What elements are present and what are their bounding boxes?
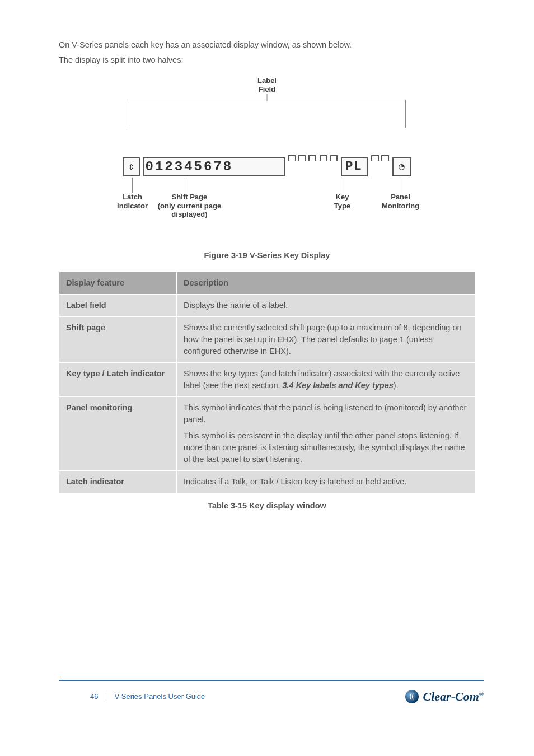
figure-label-field-line1: Label [257, 76, 277, 85]
table-row: Label field Displays the name of a label… [59, 295, 475, 317]
brand-logo: (( Clear-Com® [405, 688, 484, 706]
desc-label-field: Displays the name of a label. [177, 295, 475, 317]
page-number: 46 [90, 692, 106, 702]
page-footer: 46 V-Series Panels User Guide (( Clear-C… [59, 680, 484, 706]
header-display-feature: Display feature [59, 272, 177, 295]
display-feature-table: Display feature Description Label field … [59, 272, 475, 493]
ear-icon: ◔ [399, 160, 405, 174]
term-latch-indicator: Latch indicator [59, 471, 177, 493]
shift-label-line1: Shift Page [172, 193, 208, 201]
table-header-row: Display feature Description [59, 272, 475, 295]
latch-label-line2: Indicator [117, 202, 148, 210]
mon-label-line2: Monitoring [382, 202, 419, 210]
desc-key-type: Shows the key types (and latch indicator… [177, 363, 475, 397]
key-type-cell: PL [341, 157, 368, 176]
desc-pm-p1: This symbol indicates that the panel is … [184, 402, 468, 426]
desc-latch-indicator: Indicates if a Talk, or Talk / Listen ke… [177, 471, 475, 493]
shift-tick-6 [371, 155, 379, 161]
term-shift-page: Shift page [59, 317, 177, 363]
shift-tick-1 [288, 155, 296, 161]
desc-pm-p2: This symbol is persistent in the display… [184, 430, 468, 465]
shift-label-line3: displayed) [171, 210, 207, 218]
mon-label-line1: Panel [391, 193, 410, 201]
figure-caption: Figure 3-19 V-Series Key Display [59, 250, 475, 262]
link-key-labels[interactable]: 3.4 Key labels and Key types [283, 381, 394, 390]
term-panel-monitoring: Panel monitoring [59, 397, 177, 471]
shift-tick-3 [308, 155, 316, 161]
shift-tick-2 [298, 155, 306, 161]
figure-label-field-line2: Field [259, 85, 275, 94]
intro-p1: On V-Series panels each key has an assoc… [59, 39, 475, 51]
latch-arrow-icon: ⇕ [128, 160, 134, 174]
table-row: Key type / Latch indicator Shows the key… [59, 363, 475, 397]
doc-title: V-Series Panels User Guide [114, 692, 205, 702]
desc-key-type-part2: ). [394, 381, 399, 390]
keytype-label-line2: Type [334, 202, 350, 210]
table-row: Shift page Shows the currently selected … [59, 317, 475, 363]
brand-mark-icon: (( [405, 690, 419, 703]
shift-tick-4 [320, 155, 327, 161]
latch-label-line1: Latch [123, 193, 142, 201]
label-field-cell: 012345678 [143, 157, 285, 176]
latch-indicator-cell: ⇕ [123, 157, 140, 176]
table-row: Panel monitoring This symbol indicates t… [59, 397, 475, 471]
shift-label-line2: (only current page [158, 202, 221, 210]
brand-name: Clear-Com [423, 689, 479, 703]
figure-key-display: Label Field ⇕ 012345678 PL [123, 76, 411, 233]
table-row: Latch indicator Indicates if a Talk, or … [59, 471, 475, 493]
intro-p2: The display is split into two halves: [59, 54, 475, 66]
shift-tick-7 [381, 155, 389, 161]
desc-panel-monitoring: This symbol indicates that the panel is … [177, 397, 475, 471]
table-caption: Table 3-15 Key display window [59, 500, 475, 512]
desc-shift-page: Shows the currently selected shift page … [177, 317, 475, 363]
header-description: Description [177, 272, 475, 295]
term-label-field: Label field [59, 295, 177, 317]
term-key-type: Key type / Latch indicator [59, 363, 177, 397]
panel-monitoring-cell: ◔ [392, 157, 411, 176]
shift-tick-5 [330, 155, 338, 161]
keytype-label-line1: Key [336, 193, 349, 201]
brand-reg: ® [479, 690, 484, 697]
